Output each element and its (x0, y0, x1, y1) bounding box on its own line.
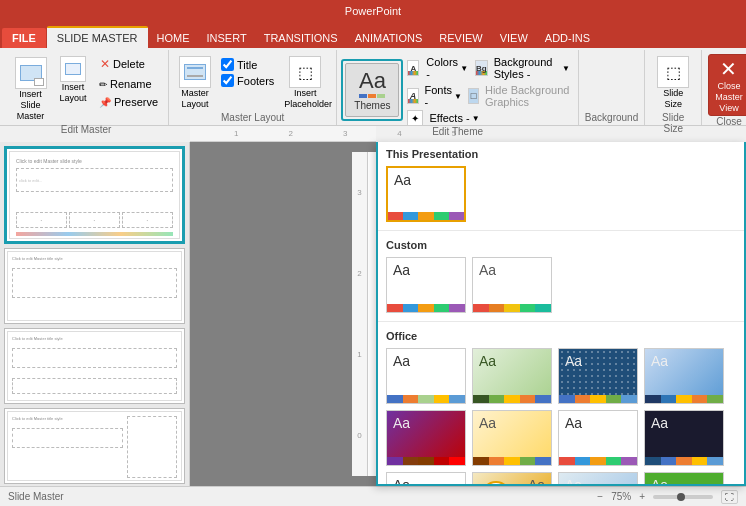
ribbon-tabs: FILE SLIDE MASTER HOME INSERT TRANSITION… (0, 22, 746, 48)
slide-size-button[interactable]: ⬚ Slide Size (651, 54, 695, 112)
insert-slide-master-button[interactable]: Insert Slide Master (10, 54, 51, 124)
insert-layout-label: Insert Layout (59, 82, 87, 104)
preserve-label: Preserve (114, 96, 158, 108)
master-layout-button[interactable]: Master Layout (175, 54, 215, 112)
theme-office-1[interactable]: Aa (386, 348, 466, 404)
theme-office-12[interactable]: Aa (644, 472, 724, 486)
theme-office-9[interactable]: Aa (386, 472, 466, 486)
tab-view[interactable]: VIEW (492, 28, 536, 48)
theme-office-7[interactable]: Aa (558, 410, 638, 466)
zoom-in[interactable]: + (639, 491, 645, 502)
slide-thumbnail-4[interactable]: Click to edit Master title style (4, 408, 185, 484)
colors-button[interactable]: Colors - ▼ (421, 54, 473, 82)
rename-button[interactable]: ✏ Rename (95, 76, 162, 92)
app-title: PowerPoint (345, 5, 401, 17)
tab-home[interactable]: HOME (149, 28, 198, 48)
ribbon: Insert Slide Master Insert Layout ✕ Dele… (0, 48, 746, 126)
themes-section-this-presentation: This Presentation Aa (378, 142, 744, 226)
fonts-button[interactable]: Fonts - ▼ (421, 83, 466, 109)
zoom-slider[interactable] (653, 495, 713, 499)
group-edit-theme-label: Edit Theme (341, 126, 573, 139)
zoom-controls[interactable]: − (597, 491, 603, 502)
main-area: Click to edit Master slide style click t… (0, 142, 746, 486)
status-bar: Slide Master − 75% + ⛶ (0, 486, 746, 506)
theme-office-10[interactable]: Aa (472, 472, 552, 486)
slide-thumbnail-1[interactable]: Click to edit Master slide style click t… (4, 146, 185, 244)
effects-label: Effects - (429, 112, 469, 124)
group-master-layout: Master Layout Title Footers ⬚ Insert Pla… (169, 50, 337, 125)
slide-size-label: Slide Size (657, 88, 689, 110)
rename-label: Rename (110, 78, 152, 90)
group-edit-master: Insert Slide Master Insert Layout ✕ Dele… (4, 50, 169, 125)
group-close-master: ✕ Close Master View Close (702, 50, 746, 125)
group-close-label: Close (708, 116, 746, 129)
slide-thumbnail-3[interactable]: Click to edit Master title style (4, 328, 185, 404)
themes-section-office: Office Aa Aa (378, 326, 744, 486)
zoom-level: 75% (611, 491, 631, 502)
this-presentation-label: This Presentation (386, 148, 736, 160)
theme-office-4[interactable]: Aa (644, 348, 724, 404)
effects-button[interactable]: Effects - ▼ (425, 111, 483, 125)
status-text: Slide Master (8, 491, 64, 502)
background-styles-label: Background Styles - (494, 56, 560, 80)
theme-office-8[interactable]: Aa (644, 410, 724, 466)
slide-thumbnails-panel: Click to edit Master slide style click t… (0, 142, 190, 486)
group-edit-theme: Aa Themes A (337, 50, 578, 125)
tab-review[interactable]: REVIEW (431, 28, 490, 48)
close-master-label: Close Master View (715, 81, 743, 113)
themes-button[interactable]: Aa Themes (345, 63, 399, 117)
title-checkbox[interactable] (221, 58, 234, 71)
group-background-label: Background (585, 112, 638, 125)
background-styles-button[interactable]: Background Styles - ▼ (490, 55, 574, 81)
slide-thumbnail-2[interactable]: Click to edit Master title style (4, 248, 185, 324)
fit-button[interactable]: ⛶ (721, 490, 738, 504)
theme-office-3[interactable]: Aa (558, 348, 638, 404)
preserve-button[interactable]: 📌 Preserve (95, 94, 162, 110)
tab-insert[interactable]: INSERT (199, 28, 255, 48)
hide-bg-label: Hide Background Graphics (485, 84, 570, 108)
themes-dropdown-panel: This Presentation Aa Custom (376, 142, 746, 486)
colors-label: Colors - (426, 56, 458, 80)
group-slide-size-label: Slide Size (651, 112, 695, 136)
title-bar: PowerPoint (0, 0, 746, 22)
delete-button[interactable]: ✕ Delete (95, 54, 162, 74)
group-master-layout-label: Master Layout (175, 112, 330, 125)
theme-custom-2[interactable]: Aa (472, 257, 552, 313)
close-master-button[interactable]: ✕ Close Master View (708, 54, 746, 116)
master-layout-label: Master Layout (179, 88, 211, 110)
theme-custom-1[interactable]: Aa (386, 257, 466, 313)
themes-aa-text: Aa (359, 70, 386, 92)
insert-slide-master-label: Insert Slide Master (15, 89, 46, 121)
custom-label: Custom (386, 239, 736, 251)
fonts-label: Fonts - (425, 84, 453, 108)
insert-layout-button[interactable]: Insert Layout (55, 54, 91, 106)
office-label: Office (386, 330, 736, 342)
tab-animations[interactable]: ANIMATIONS (347, 28, 431, 48)
delete-label: Delete (113, 58, 145, 70)
theme-office-5[interactable]: Aa (386, 410, 466, 466)
group-edit-master-label: Edit Master (10, 124, 162, 137)
theme-office-2[interactable]: Aa (472, 348, 552, 404)
group-slide-size: ⬚ Slide Size Slide Size (645, 50, 702, 125)
themes-section-custom: Custom Aa Aa (378, 235, 744, 317)
footers-checkbox-label[interactable]: Footers (221, 74, 274, 87)
theme-current[interactable]: Aa (386, 166, 466, 222)
theme-office-6[interactable]: Aa (472, 410, 552, 466)
tab-transitions[interactable]: TRANSITIONS (256, 28, 346, 48)
hide-bg-button[interactable]: Hide Background Graphics (481, 83, 574, 109)
theme-office-11[interactable]: Aa (558, 472, 638, 486)
group-background: Background (579, 50, 645, 125)
insert-placeholder-label: Insert Placeholder (284, 88, 326, 110)
tab-file[interactable]: FILE (2, 28, 46, 48)
footers-checkbox[interactable] (221, 74, 234, 87)
insert-placeholder-button[interactable]: ⬚ Insert Placeholder (280, 54, 330, 112)
tab-slide-master[interactable]: SLIDE MASTER (47, 26, 148, 48)
themes-label: Themes (354, 100, 390, 111)
tab-addins[interactable]: ADD-INS (537, 28, 598, 48)
title-checkbox-label[interactable]: Title (221, 58, 274, 71)
